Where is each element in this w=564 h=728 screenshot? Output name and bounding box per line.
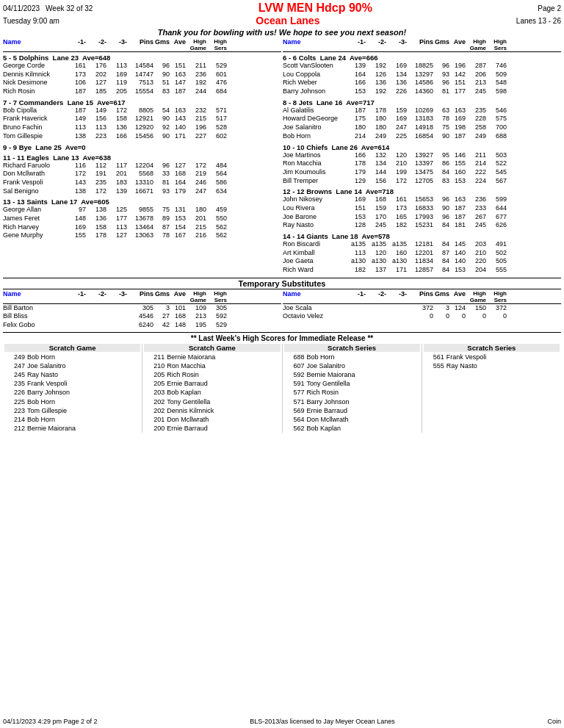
table-row: Joe Martinos 166 132 120 13927 95 146 21… [283,151,561,160]
temp-subs-header: Temporary Substitutes [3,278,561,289]
table-row: Ron Biscardi a135 a135 a135 12181 84 145… [283,240,561,249]
main-columns: Name -1- -2- -3- Pins Gms Ave HighGame H… [3,38,561,275]
table-row: Sal Benigno 138 172 139 16671 93 179 247… [3,187,281,196]
table-row: Don Mcllwrath 172 191 201 5568 33 168 21… [3,170,281,179]
col-hdr-g2-left: -2- [86,38,106,51]
scratch-game-1-col: Scratch Game 249Bob Horn 247Joe Salanitr… [3,344,142,433]
scratch-game-2-header: Scratch Game [144,344,280,352]
list-item: 555Ray Nasto [424,361,560,370]
list-item: 688Bob Horn [284,353,420,361]
list-item: 210Ron Macchia [144,361,280,370]
list-item: 223Tom Gillespie [4,406,140,415]
list-item: 562Bob Kaplan [284,424,420,433]
table-row: Richard Faruolo 116 112 117 12204 96 127… [3,162,281,170]
team-5-5-dolphins: 5 - 5 Dolphins Lane 23 Ave=648 [3,54,281,62]
high-scores-section: ** Last Week's High Scores for Immediate… [3,332,561,433]
footer-date-time: 04/11/2023 4:29 pm Page 2 of 2 [3,718,98,725]
list-item: 564Don Mcllwrath [284,415,420,424]
table-row: Joe Barone 153 170 165 17993 96 187 267 … [283,213,561,222]
list-item: 247Joe Salanitro [4,361,140,370]
table-row: Lou Rivera 151 159 173 16833 90 187 233 … [283,204,561,213]
col-hdr-hg-left: HighGame [186,38,206,51]
list-item: Joe Scala 372 3 124 150 372 [283,304,561,313]
list-item: 569Ernie Barraud [284,406,420,415]
table-row: George Allan 97 138 125 9855 75 131 180 … [3,206,281,215]
col-hdr-name-right: Name [283,38,345,51]
list-item: 561Frank Vespoli [424,353,560,361]
table-row: Rich Weber 166 136 136 14586 96 151 213 … [283,79,561,87]
list-item: 592Bernie Maiorana [284,370,420,379]
list-item: Octavio Velez 0 0 0 0 0 [283,312,561,321]
temp-subs-col-hdr-name-right: Name [283,290,345,303]
team-12-12-browns: 12 - 12 Browns Lane 14 Ave=718 [283,187,561,195]
table-row: Howard DeGeorge 175 180 169 13183 78 169… [283,115,561,123]
team-11-11-eagles: 11 - 11 Eagles Lane 13 Ave=638 [3,154,281,162]
temp-subs-right-headers: Name -1- -2- -3- Pins Gms Ave HighGame H… [283,290,561,304]
col-hdr-name-left: Name [3,38,65,51]
col-hdr-pins-right: Pins [407,38,433,51]
table-row: Nick Desimone 106 127 119 7513 51 147 19… [3,79,281,87]
table-row: Gene Murphy 155 178 127 13063 78 167 216… [3,231,281,240]
list-item: 577Rich Rosin [284,388,420,397]
high-scores-grid: Scratch Game 249Bob Horn 247Joe Salanitr… [3,344,561,433]
header-location: Ocean Lanes [59,15,516,26]
list-item: 607Joe Salanitro [284,361,420,370]
table-row: Joe Salanitro 180 180 247 14918 75 198 2… [283,123,561,132]
scratch-series-2-col: Scratch Series 561Frank Vespoli 555Ray N… [422,344,561,433]
col-hdr-gms-right: Gms [433,38,449,51]
thank-you-message: Thank you for bowling with us! We hope t… [3,28,561,37]
temp-subs-right-col: Name -1- -2- -3- Pins Gms Ave HighGame H… [283,290,561,330]
header-title: LVW MEN Hdcp 90% [93,1,538,15]
page: 04/11/2023 Week 32 of 32 LVW MEN Hdcp 90… [0,0,564,434]
team-9-9-bye: 9 - 9 Bye Lane 25 Ave=0 [3,143,281,151]
header-line2: Tuesday 9:00 am Ocean Lanes Lanes 13 - 2… [3,15,561,26]
scratch-series-1-header: Scratch Series [284,344,420,352]
high-scores-title: ** Last Week's High Scores for Immediate… [3,334,561,342]
table-row: James Feret 148 136 177 13678 89 153 201… [3,215,281,223]
header-line1: 04/11/2023 Week 32 of 32 LVW MEN Hdcp 90… [3,1,561,15]
col-hdr-pins-left: Pins [127,38,153,51]
list-item: 205Rich Rosin [144,370,280,379]
col-hdr-hs-left: HighSers [206,38,227,51]
temp-subs-left-col: Name -1- -2- -3- Pins Gms Ave HighGame H… [3,290,281,330]
table-row: Bob Horn 214 249 225 16854 90 187 249 68… [283,132,561,141]
table-row: Rich Ward 182 137 171 12857 84 153 204 5… [283,266,561,275]
table-row: Frank Vespoli 143 235 183 13310 81 164 2… [3,179,281,187]
col-hdr-hs-right: HighSers [486,38,507,51]
team-7-7-commanders: 7 - 7 Commanders Lane 15 Ave=617 [3,98,281,107]
list-item: Bill Bliss 4546 27 168 213 592 [3,312,281,321]
team-14-14-giants: 14 - 14 Giants Lane 18 Ave=578 [283,232,561,240]
col-hdr-g1-right: -1- [345,38,366,51]
table-row: Bruno Fachin 113 113 136 12920 92 140 19… [3,123,281,132]
table-row: Jim Koumoulis 179 144 199 13475 84 160 2… [283,168,561,177]
list-item: 214Bob Horn [4,415,140,424]
col-hdr-g1-left: -1- [65,38,86,51]
col-hdr-hg-right: HighGame [466,38,486,51]
list-item: 203Bob Kaplan [144,388,280,397]
scratch-game-1-header: Scratch Game [4,344,140,352]
list-item: 249Bob Horn [4,353,140,361]
table-row: Ray Nasto 128 245 182 15231 84 181 245 6… [283,221,561,230]
list-item: 202Dennis Kilmnick [144,406,280,415]
table-row: George Corde 161 176 113 14584 96 151 21… [3,62,281,71]
col-hdr-g3-left: -3- [106,38,127,51]
list-item: 211Bernie Maiorana [144,353,280,361]
list-item: Bill Barton 305 3 101 109 305 [3,304,281,313]
table-row: Barry Johnson 153 192 226 14360 81 177 2… [283,87,561,96]
table-row: Bob Cipolla 187 149 172 8805 54 163 232 … [3,107,281,115]
table-row: Tom Gillespie 138 223 166 15456 90 171 2… [3,132,281,141]
list-item: 225Bob Horn [4,397,140,406]
left-column: Name -1- -2- -3- Pins Gms Ave HighGame H… [3,38,281,275]
table-row: Bill Tremper 129 156 172 12705 83 153 22… [283,177,561,186]
table-row: Art Kimball 113 120 160 12201 87 140 210… [283,249,561,258]
header-lanes: Lanes 13 - 26 [516,17,561,25]
list-item: 591Tony Gentilella [284,379,420,388]
right-column: Name -1- -2- -3- Pins Gms Ave HighGame H… [283,38,561,275]
list-item: 200Ernie Barraud [144,424,280,433]
scratch-series-2-header: Scratch Series [424,344,560,352]
list-item: 212Bernie Maiorana [4,424,140,433]
scratch-series-1-col: Scratch Series 688Bob Horn 607Joe Salani… [282,344,422,433]
list-item: 245Ray Nasto [4,370,140,379]
header-date: 04/11/2023 [3,4,40,12]
table-row: Frank Haverick 149 156 158 12921 90 143 … [3,115,281,123]
